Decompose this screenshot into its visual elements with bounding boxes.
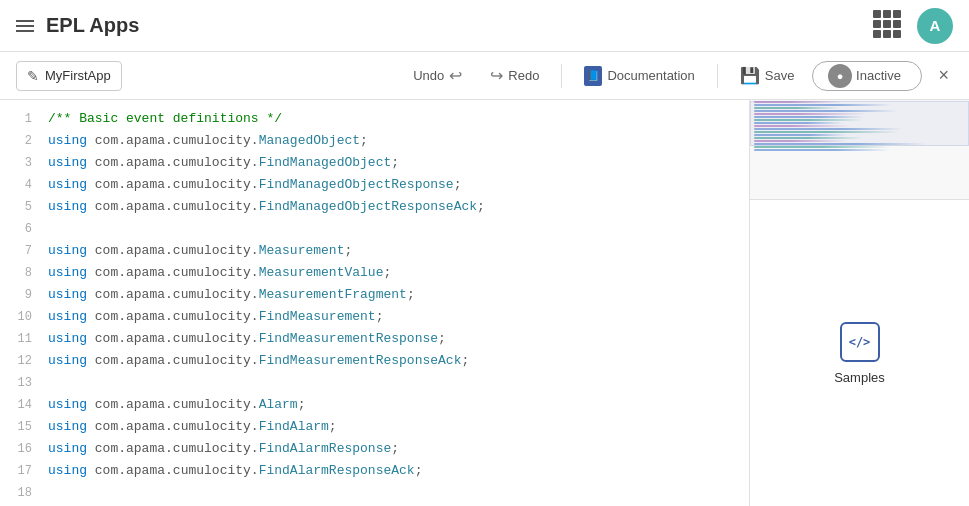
line-number: 16 — [0, 438, 48, 460]
line-number: 2 — [0, 130, 48, 152]
documentation-label: Documentation — [607, 68, 694, 83]
code-line-text: /** Basic event definitions */ — [48, 108, 749, 130]
line-number: 10 — [0, 306, 48, 328]
redo-icon: ↪ — [490, 66, 503, 85]
minimap-line — [754, 146, 891, 148]
undo-button[interactable]: Undo ↩ — [403, 60, 472, 91]
line-number: 5 — [0, 196, 48, 218]
line-number: 12 — [0, 350, 48, 372]
table-row: 3using com.apama.cumulocity.FindManagedO… — [0, 152, 749, 174]
toggle-dot: ● — [837, 70, 844, 82]
tab-label: MyFirstApp — [45, 68, 111, 83]
apps-grid-icon[interactable] — [873, 10, 905, 42]
table-row: 1/** Basic event definitions */ — [0, 108, 749, 130]
toggle-indicator: ● — [828, 64, 852, 88]
minimap — [750, 100, 969, 200]
toggle-label: Inactive — [856, 68, 905, 83]
minimap-overlay — [750, 101, 969, 146]
code-line-text: using com.apama.cumulocity.FindAlarmResp… — [48, 438, 749, 460]
code-line-text: using com.apama.cumulocity.FindMeasureme… — [48, 328, 749, 350]
menu-icon[interactable] — [16, 20, 34, 32]
code-line-text: using com.apama.cumulocity.FindManagedOb… — [48, 174, 749, 196]
undo-icon: ↩ — [449, 66, 462, 85]
save-icon: 💾 — [740, 66, 760, 85]
line-number: 13 — [0, 372, 48, 394]
edit-icon: ✎ — [27, 68, 39, 84]
line-number: 6 — [0, 218, 48, 240]
code-line-text: using com.apama.cumulocity.FindManagedOb… — [48, 196, 749, 218]
code-line-text: using com.apama.cumulocity.ManagedObject… — [48, 130, 749, 152]
save-button[interactable]: 💾 Save — [730, 60, 805, 91]
table-row: 15using com.apama.cumulocity.FindAlarm; — [0, 416, 749, 438]
line-number: 8 — [0, 262, 48, 284]
table-row: 8using com.apama.cumulocity.MeasurementV… — [0, 262, 749, 284]
code-line-text: using com.apama.cumulocity.FindManagedOb… — [48, 152, 749, 174]
code-editor[interactable]: 1/** Basic event definitions */2using co… — [0, 100, 749, 506]
table-row: 16using com.apama.cumulocity.FindAlarmRe… — [0, 438, 749, 460]
right-panel: Samples — [749, 100, 969, 506]
samples-icon — [840, 322, 880, 362]
documentation-button[interactable]: 📘 Documentation — [574, 60, 704, 92]
line-number: 3 — [0, 152, 48, 174]
table-row: 7using com.apama.cumulocity.Measurement; — [0, 240, 749, 262]
line-number: 15 — [0, 416, 48, 438]
code-line-text: using com.apama.cumulocity.FindAlarmResp… — [48, 460, 749, 482]
table-row: 14using com.apama.cumulocity.Alarm; — [0, 394, 749, 416]
samples-panel[interactable]: Samples — [750, 200, 969, 506]
code-line-text: using com.apama.cumulocity.FindMeasureme… — [48, 350, 749, 372]
table-row: 10using com.apama.cumulocity.FindMeasure… — [0, 306, 749, 328]
main-area: 1/** Basic event definitions */2using co… — [0, 100, 969, 506]
code-line-text: using com.apama.cumulocity.Alarm; — [48, 394, 749, 416]
minimap-line — [754, 149, 890, 151]
line-number: 18 — [0, 482, 48, 504]
table-row: 11using com.apama.cumulocity.FindMeasure… — [0, 328, 749, 350]
line-number: 4 — [0, 174, 48, 196]
table-row: 6 — [0, 218, 749, 240]
line-number: 9 — [0, 284, 48, 306]
line-number: 7 — [0, 240, 48, 262]
undo-label: Undo — [413, 68, 444, 83]
line-number: 11 — [0, 328, 48, 350]
inactive-toggle[interactable]: ● Inactive — [812, 61, 922, 91]
redo-label: Redo — [508, 68, 539, 83]
table-row: 9using com.apama.cumulocity.MeasurementF… — [0, 284, 749, 306]
table-row: 4using com.apama.cumulocity.FindManagedO… — [0, 174, 749, 196]
table-row: 17using com.apama.cumulocity.FindAlarmRe… — [0, 460, 749, 482]
table-row: 12using com.apama.cumulocity.FindMeasure… — [0, 350, 749, 372]
close-button[interactable]: × — [934, 61, 953, 90]
separator-1 — [561, 64, 562, 88]
active-tab[interactable]: ✎ MyFirstApp — [16, 61, 122, 91]
app-title: EPL Apps — [46, 14, 873, 37]
code-line-text: using com.apama.cumulocity.MeasurementVa… — [48, 262, 749, 284]
line-number: 17 — [0, 460, 48, 482]
code-line-text: using com.apama.cumulocity.FindMeasureme… — [48, 306, 749, 328]
separator-2 — [717, 64, 718, 88]
avatar[interactable]: A — [917, 8, 953, 44]
documentation-icon: 📘 — [584, 66, 602, 86]
samples-label: Samples — [834, 370, 885, 385]
save-label: Save — [765, 68, 795, 83]
line-number: 14 — [0, 394, 48, 416]
app-header: EPL Apps A — [0, 0, 969, 52]
code-line-text: using com.apama.cumulocity.MeasurementFr… — [48, 284, 749, 306]
table-row: 18 — [0, 482, 749, 504]
toolbar: ✎ MyFirstApp Undo ↩ ↪ Redo 📘 Documentati… — [0, 52, 969, 100]
line-number: 1 — [0, 108, 48, 130]
table-row: 2using com.apama.cumulocity.ManagedObjec… — [0, 130, 749, 152]
code-line-text: using com.apama.cumulocity.Measurement; — [48, 240, 749, 262]
redo-button[interactable]: ↪ Redo — [480, 60, 549, 91]
table-row: 5using com.apama.cumulocity.FindManagedO… — [0, 196, 749, 218]
code-line-text: using com.apama.cumulocity.FindAlarm; — [48, 416, 749, 438]
table-row: 13 — [0, 372, 749, 394]
